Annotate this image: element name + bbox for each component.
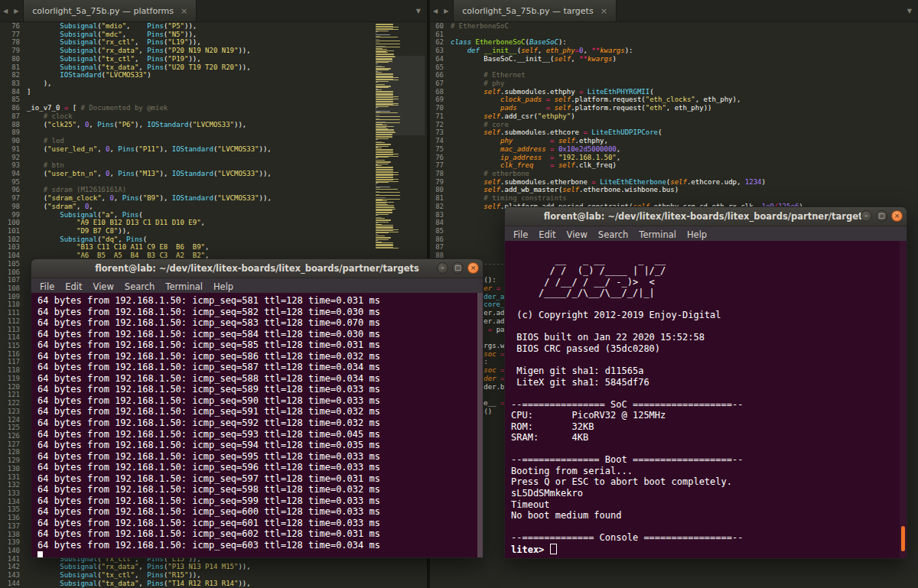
code-line[interactable]: 80 self.add_wb_master(self.etherbone.wis…	[430, 186, 918, 194]
menu-edit[interactable]: Edit	[60, 280, 87, 294]
code-line[interactable]: 88 ("clk25", 0, Pins("P6"), IOStandard("…	[0, 121, 427, 129]
tab-targets[interactable]: colorlight_5a_75b.py — targets ×	[453, 0, 617, 21]
terminal-output-ping[interactable]: 64 bytes from 192.168.1.50: icmp_seq=581…	[31, 293, 483, 558]
code-line[interactable]: 91 ("user_led_n", 0, Pins("P11"), IOStan…	[0, 145, 427, 154]
menu-search[interactable]: Search	[593, 228, 634, 242]
titlebar[interactable]: florent@lab: ~/dev/litex/litex-boards/li…	[504, 206, 907, 226]
code-line[interactable]: 84]	[0, 88, 427, 96]
tab-scroll-right-icon[interactable]: ▶	[441, 8, 451, 15]
code-line[interactable]: 100 "A9 E10 B12 D13 C1 D11 D10 E9",	[0, 219, 427, 227]
code-line[interactable]: 71 self.add_csr("ethphy")	[430, 112, 918, 121]
menu-terminal[interactable]: Terminal	[633, 228, 682, 242]
code-line[interactable]: 78 Subsignal("rx_ctl", Pins("L19")),	[0, 38, 427, 47]
code-line[interactable]: 63 def __init__(self, eth_phy=0, **kwarg…	[430, 47, 918, 55]
code-line[interactable]: 101 "D9 B7 C8")),	[0, 227, 427, 236]
code-line[interactable]: 69 clock_pads = self.platform.request("e…	[430, 96, 918, 104]
code-line[interactable]: 93 # btn	[0, 161, 427, 170]
code-line[interactable]: 143 Subsignal("tx_ctl", Pins("R15")),	[0, 571, 427, 580]
tab-scroll-right-icon[interactable]: ▶	[11, 8, 21, 15]
tab-scroll-left-icon[interactable]: ◀	[430, 8, 441, 15]
code-line[interactable]: 103 "B13 C11 C10 A11 C9 E8 B6 B9",	[0, 243, 427, 252]
maximize-button[interactable]: □	[876, 210, 887, 222]
terminal-line: SRAM: 4KB	[511, 432, 907, 443]
close-button[interactable]: ×	[467, 262, 479, 274]
code-line[interactable]: 86_io_v7_0 = [ # Documented by @miek	[0, 104, 427, 112]
code-line[interactable]: 61	[430, 31, 918, 39]
code-line[interactable]: 83 ),	[0, 80, 427, 88]
code-line[interactable]: 95	[0, 178, 427, 187]
tab-overflow-icon[interactable]: ▼	[901, 8, 918, 15]
line-number: 84	[430, 219, 451, 227]
code-line[interactable]: 66 # Ethernet	[430, 71, 918, 80]
code-line[interactable]: 70 pads = self.platform.request("eth", e…	[430, 104, 918, 112]
code-line[interactable]: 81 Subsignal("tx_data", Pins("U20 T19 T2…	[0, 63, 427, 72]
code-line[interactable]: 79 self.submodules.etherbone = LiteEthEt…	[430, 178, 918, 187]
line-number: 121	[0, 391, 27, 399]
menu-help[interactable]: Help	[682, 228, 712, 242]
code-line[interactable]: 62class EtherboneSoC(BaseSoC):	[430, 38, 918, 47]
minimize-button[interactable]: –	[861, 210, 872, 222]
terminal-line: 64 bytes from 192.168.1.50: icmp_seq=584…	[37, 329, 483, 340]
titlebar[interactable]: florent@lab: ~/dev/litex/litex-boards/li…	[31, 258, 483, 278]
code-line[interactable]: 87 # clock	[0, 112, 427, 121]
close-button[interactable]: ×	[891, 210, 903, 222]
line-number: 81	[430, 194, 451, 203]
menu-search[interactable]: Search	[119, 280, 161, 294]
code-line[interactable]: 64 BaseSoC.__init__(self, **kwargs)	[430, 55, 918, 63]
code-line[interactable]: 78 # etherbone	[430, 170, 918, 178]
code-line[interactable]: 102 Subsignal("dq", Pins(	[0, 236, 427, 244]
code-line[interactable]: 89	[0, 128, 427, 137]
tab-scroll-left-icon[interactable]: ◀	[0, 8, 11, 15]
scrollbar[interactable]	[477, 293, 483, 557]
menu-file[interactable]: File	[34, 280, 60, 294]
minimize-button[interactable]: –	[437, 262, 448, 274]
menu-file[interactable]: File	[508, 228, 533, 242]
code-line[interactable]: 92	[0, 154, 427, 162]
terminal-output-bios[interactable]: __ _ __ _ __ / / (_) /____ | |/_/ / /__/…	[504, 241, 907, 559]
menu-edit[interactable]: Edit	[533, 228, 561, 242]
code-line[interactable]: 77 clk_freq = self.clk_freq)	[430, 161, 918, 170]
maximize-button[interactable]: □	[452, 262, 464, 274]
code-line[interactable]: 77 Subsignal("mdc", Pins("N5")),	[0, 31, 427, 39]
code-line[interactable]: 79 Subsignal("rx_data", Pins("P20 N19 N2…	[0, 47, 427, 55]
code-line[interactable]: 142 Subsignal("rx_data", Pins("P13 N13 P…	[0, 563, 427, 571]
line-number: 80	[430, 186, 451, 194]
code-line[interactable]: 65	[430, 63, 918, 72]
code-line[interactable]: 98 ("sdram", 0,	[0, 203, 427, 211]
code-line[interactable]: 90 # led	[0, 137, 427, 145]
code-line[interactable]: 96 # sdram (M12616161A)	[0, 186, 427, 194]
tab-close-icon[interactable]: ×	[601, 6, 607, 16]
code-line[interactable]: 68 self.submodules.ethphy = LiteEthPHYRG…	[430, 88, 918, 96]
menu-view[interactable]: View	[88, 280, 119, 294]
minimap-line	[376, 39, 379, 40]
tab-overflow-icon[interactable]: ▼	[410, 8, 427, 15]
menu-help[interactable]: Help	[208, 280, 239, 294]
code-line[interactable]: 67 # phy	[430, 80, 918, 88]
code-line[interactable]: 94 ("user_btn_n", 0, Pins("M13"), IOStan…	[0, 170, 427, 178]
code-line[interactable]: 73 self.submodules.ethcore = LiteEthUDPI…	[430, 128, 918, 137]
code-line[interactable]: 99 Subsignal("a", Pins(	[0, 211, 427, 219]
code-line[interactable]: 76 ip_address = "192.168.1.50",	[430, 154, 918, 162]
code-line[interactable]: 82 IOStandard("LVCMOS33")	[0, 71, 427, 80]
minimap-line	[376, 162, 391, 163]
code-line[interactable]: 75 mac_address = 0x10e2d5000000,	[430, 145, 918, 154]
scrollbar-track[interactable]	[900, 241, 907, 558]
code-line[interactable]: 97 ("sdram_clock", 0, Pins("B9"), IOStan…	[0, 194, 427, 203]
code-line[interactable]: 144 Subsignal("tx_data", Pins("T14 R12 R…	[0, 580, 427, 588]
code-line[interactable]: 81 # timing constraints	[430, 194, 918, 203]
code-line[interactable]: 80 Subsignal("tx_ctl", Pins("P19")),	[0, 55, 427, 63]
line-number: 118	[0, 366, 27, 375]
minimap-viewport[interactable]	[376, 56, 425, 135]
code-line[interactable]: 76 Subsignal("mdio", Pins("P5")),	[0, 22, 427, 31]
line-number: 70	[430, 104, 451, 112]
tab-close-icon[interactable]: ×	[181, 6, 187, 16]
scrollbar-thumb[interactable]	[901, 526, 905, 551]
menu-view[interactable]: View	[562, 228, 593, 242]
minimap[interactable]	[376, 24, 425, 249]
code-line[interactable]: 60# EtherboneSoC	[430, 22, 918, 31]
code-line[interactable]: 74 phy = self.ethphy,	[430, 137, 918, 145]
tab-platforms[interactable]: colorlight_5a_75b.py — platforms ×	[23, 0, 197, 21]
code-line[interactable]: 72 # core	[430, 121, 918, 129]
menu-terminal[interactable]: Terminal	[160, 280, 208, 294]
code-line[interactable]: 85	[0, 96, 427, 104]
